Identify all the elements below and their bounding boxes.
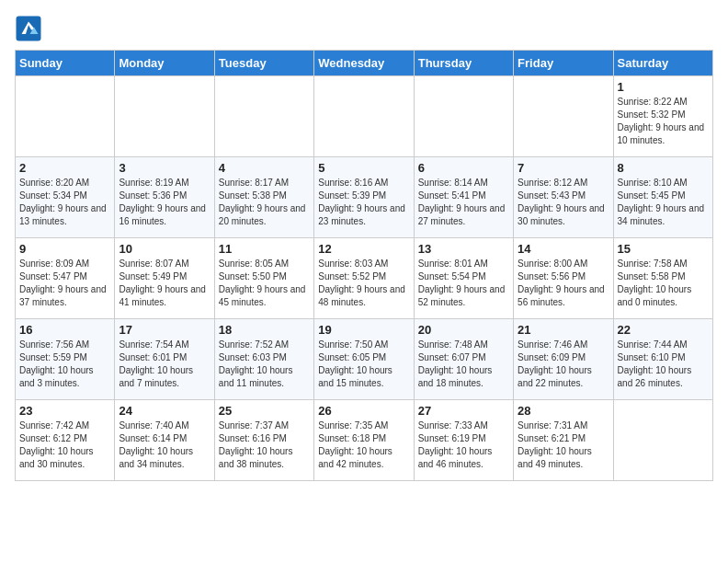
calendar-week-row: 16Sunrise: 7:56 AM Sunset: 5:59 PM Dayli… — [16, 319, 713, 400]
day-info: Sunrise: 7:40 AM Sunset: 6:14 PM Dayligh… — [119, 419, 210, 471]
calendar-cell: 21Sunrise: 7:46 AM Sunset: 6:09 PM Dayli… — [514, 319, 613, 400]
day-info: Sunrise: 7:56 AM Sunset: 5:59 PM Dayligh… — [19, 339, 110, 390]
day-number: 5 — [318, 161, 409, 175]
calendar-cell: 27Sunrise: 7:33 AM Sunset: 6:19 PM Dayli… — [414, 400, 513, 481]
calendar-cell: 2Sunrise: 8:20 AM Sunset: 5:34 PM Daylig… — [16, 157, 115, 238]
calendar-cell: 17Sunrise: 7:54 AM Sunset: 6:01 PM Dayli… — [115, 319, 214, 400]
day-number: 4 — [219, 161, 310, 175]
weekday-header-saturday: Saturday — [613, 51, 712, 76]
day-info: Sunrise: 7:52 AM Sunset: 6:03 PM Dayligh… — [219, 339, 310, 390]
day-number: 28 — [518, 404, 609, 418]
calendar-cell: 5Sunrise: 8:16 AM Sunset: 5:39 PM Daylig… — [314, 157, 414, 238]
calendar-cell — [414, 76, 513, 157]
weekday-header-thursday: Thursday — [414, 51, 513, 76]
day-number: 22 — [618, 323, 709, 337]
weekday-header-sunday: Sunday — [16, 51, 115, 76]
day-info: Sunrise: 7:42 AM Sunset: 6:12 PM Dayligh… — [19, 419, 110, 471]
calendar-cell: 7Sunrise: 8:12 AM Sunset: 5:43 PM Daylig… — [514, 157, 613, 238]
day-info: Sunrise: 7:50 AM Sunset: 6:05 PM Dayligh… — [318, 339, 409, 390]
day-info: Sunrise: 8:19 AM Sunset: 5:36 PM Dayligh… — [119, 177, 210, 228]
calendar-cell: 28Sunrise: 7:31 AM Sunset: 6:21 PM Dayli… — [514, 400, 613, 481]
logo-icon — [15, 15, 42, 42]
calendar-cell: 24Sunrise: 7:40 AM Sunset: 6:14 PM Dayli… — [115, 400, 214, 481]
day-info: Sunrise: 7:46 AM Sunset: 6:09 PM Dayligh… — [518, 339, 609, 390]
day-info: Sunrise: 8:09 AM Sunset: 5:47 PM Dayligh… — [19, 258, 110, 309]
calendar-cell: 19Sunrise: 7:50 AM Sunset: 6:05 PM Dayli… — [314, 319, 414, 400]
day-info: Sunrise: 8:05 AM Sunset: 5:50 PM Dayligh… — [219, 258, 310, 309]
day-info: Sunrise: 8:12 AM Sunset: 5:43 PM Dayligh… — [518, 177, 609, 228]
calendar-week-row: 2Sunrise: 8:20 AM Sunset: 5:34 PM Daylig… — [16, 157, 713, 238]
svg-rect-0 — [17, 17, 41, 41]
weekday-header-tuesday: Tuesday — [214, 51, 313, 76]
day-number: 6 — [418, 161, 509, 175]
day-info: Sunrise: 7:58 AM Sunset: 5:58 PM Dayligh… — [618, 258, 709, 309]
page-header — [15, 15, 713, 42]
calendar-cell: 8Sunrise: 8:10 AM Sunset: 5:45 PM Daylig… — [613, 157, 712, 238]
day-info: Sunrise: 8:01 AM Sunset: 5:54 PM Dayligh… — [418, 258, 509, 309]
day-number: 10 — [119, 242, 210, 256]
day-info: Sunrise: 7:31 AM Sunset: 6:21 PM Dayligh… — [518, 419, 609, 471]
calendar-cell: 6Sunrise: 8:14 AM Sunset: 5:41 PM Daylig… — [414, 157, 513, 238]
logo — [15, 15, 46, 42]
weekday-header-friday: Friday — [514, 51, 613, 76]
calendar-week-row: 23Sunrise: 7:42 AM Sunset: 6:12 PM Dayli… — [16, 400, 713, 481]
day-number: 26 — [318, 404, 409, 418]
calendar-cell: 3Sunrise: 8:19 AM Sunset: 5:36 PM Daylig… — [115, 157, 214, 238]
day-number: 18 — [219, 323, 310, 337]
calendar-cell: 20Sunrise: 7:48 AM Sunset: 6:07 PM Dayli… — [414, 319, 513, 400]
calendar-cell: 18Sunrise: 7:52 AM Sunset: 6:03 PM Dayli… — [214, 319, 313, 400]
day-number: 17 — [119, 323, 210, 337]
day-info: Sunrise: 7:48 AM Sunset: 6:07 PM Dayligh… — [418, 339, 509, 390]
day-number: 15 — [618, 242, 709, 256]
day-info: Sunrise: 8:17 AM Sunset: 5:38 PM Dayligh… — [219, 177, 310, 228]
day-info: Sunrise: 7:37 AM Sunset: 6:16 PM Dayligh… — [219, 419, 310, 471]
day-info: Sunrise: 7:54 AM Sunset: 6:01 PM Dayligh… — [119, 339, 210, 390]
day-info: Sunrise: 8:14 AM Sunset: 5:41 PM Dayligh… — [418, 177, 509, 228]
day-number: 25 — [219, 404, 310, 418]
day-number: 27 — [418, 404, 509, 418]
calendar-cell: 22Sunrise: 7:44 AM Sunset: 6:10 PM Dayli… — [613, 319, 712, 400]
day-info: Sunrise: 8:07 AM Sunset: 5:49 PM Dayligh… — [119, 258, 210, 309]
day-number: 8 — [618, 161, 709, 175]
calendar-table: SundayMondayTuesdayWednesdayThursdayFrid… — [15, 50, 713, 481]
day-number: 20 — [418, 323, 509, 337]
calendar-cell: 14Sunrise: 8:00 AM Sunset: 5:56 PM Dayli… — [514, 238, 613, 319]
calendar-cell — [214, 76, 313, 157]
day-number: 19 — [318, 323, 409, 337]
day-number: 2 — [19, 161, 110, 175]
day-info: Sunrise: 8:00 AM Sunset: 5:56 PM Dayligh… — [518, 258, 609, 309]
calendar-cell: 23Sunrise: 7:42 AM Sunset: 6:12 PM Dayli… — [16, 400, 115, 481]
calendar-cell — [314, 76, 414, 157]
day-number: 3 — [119, 161, 210, 175]
calendar-week-row: 9Sunrise: 8:09 AM Sunset: 5:47 PM Daylig… — [16, 238, 713, 319]
day-info: Sunrise: 8:03 AM Sunset: 5:52 PM Dayligh… — [318, 258, 409, 309]
calendar-cell: 11Sunrise: 8:05 AM Sunset: 5:50 PM Dayli… — [214, 238, 313, 319]
day-number: 7 — [518, 161, 609, 175]
day-number: 21 — [518, 323, 609, 337]
day-number: 24 — [119, 404, 210, 418]
day-info: Sunrise: 8:22 AM Sunset: 5:32 PM Dayligh… — [618, 96, 709, 147]
day-number: 11 — [219, 242, 310, 256]
day-number: 12 — [318, 242, 409, 256]
day-info: Sunrise: 8:16 AM Sunset: 5:39 PM Dayligh… — [318, 177, 409, 228]
day-info: Sunrise: 8:10 AM Sunset: 5:45 PM Dayligh… — [618, 177, 709, 228]
calendar-cell: 15Sunrise: 7:58 AM Sunset: 5:58 PM Dayli… — [613, 238, 712, 319]
calendar-cell: 16Sunrise: 7:56 AM Sunset: 5:59 PM Dayli… — [16, 319, 115, 400]
day-number: 9 — [19, 242, 110, 256]
calendar-cell — [613, 400, 712, 481]
calendar-cell: 9Sunrise: 8:09 AM Sunset: 5:47 PM Daylig… — [16, 238, 115, 319]
weekday-header-monday: Monday — [115, 51, 214, 76]
weekday-header-wednesday: Wednesday — [314, 51, 414, 76]
calendar-cell: 10Sunrise: 8:07 AM Sunset: 5:49 PM Dayli… — [115, 238, 214, 319]
calendar-cell: 13Sunrise: 8:01 AM Sunset: 5:54 PM Dayli… — [414, 238, 513, 319]
calendar-cell: 25Sunrise: 7:37 AM Sunset: 6:16 PM Dayli… — [214, 400, 313, 481]
day-number: 13 — [418, 242, 509, 256]
calendar-cell: 1Sunrise: 8:22 AM Sunset: 5:32 PM Daylig… — [613, 76, 712, 157]
weekday-header-row: SundayMondayTuesdayWednesdayThursdayFrid… — [16, 51, 713, 76]
day-info: Sunrise: 7:44 AM Sunset: 6:10 PM Dayligh… — [618, 339, 709, 390]
calendar-cell — [115, 76, 214, 157]
day-number: 1 — [618, 80, 709, 94]
day-number: 16 — [19, 323, 110, 337]
calendar-cell — [514, 76, 613, 157]
day-info: Sunrise: 7:33 AM Sunset: 6:19 PM Dayligh… — [418, 419, 509, 471]
